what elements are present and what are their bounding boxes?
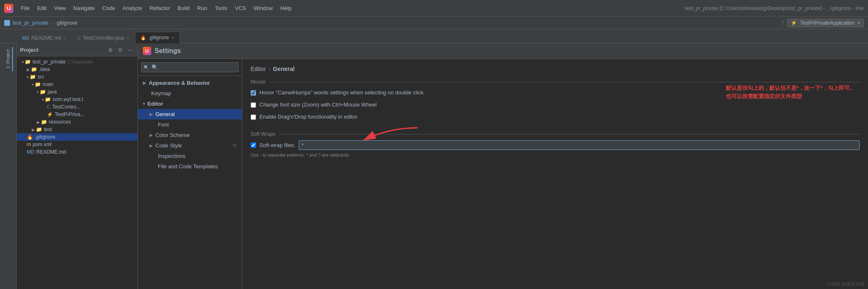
src-label: src — [38, 74, 44, 80]
tree-item-java[interactable]: ▾ 📁 java — [17, 88, 137, 96]
tree-item-readme[interactable]: MD README.md — [17, 148, 137, 156]
nav-code-style[interactable]: ▶ Code Style ⚙ — [138, 140, 242, 151]
pkg-arrow: ▾ — [42, 97, 44, 102]
tree-item-resources[interactable]: ▶ 📁 resources — [17, 118, 137, 126]
java-arrow: ▾ — [37, 90, 39, 94]
checkbox-camelhumps: Honor "CamelHumps" words settings when s… — [251, 88, 860, 97]
color-scheme-arrow: ▶ — [150, 133, 153, 137]
tab-gitignore-close[interactable]: ✕ — [171, 35, 175, 40]
breadcrumb-general: General — [273, 66, 294, 72]
soft-wrap-checkbox[interactable] — [251, 142, 256, 148]
nav-editor-label: Editor — [147, 101, 163, 107]
menu-file[interactable]: File — [18, 3, 33, 13]
settings-nav: ▶ Appearance & Behavior Keymap ▾ Editor — [138, 59, 242, 289]
nav-keymap[interactable]: Keymap — [138, 88, 242, 99]
sidebar-tab-project[interactable]: 1: Project — [4, 47, 13, 71]
idea-label: .idea — [39, 66, 50, 72]
nav-code-style-label: Code Style — [155, 142, 182, 149]
nav-file-templates[interactable]: File and Code Templates — [138, 161, 242, 172]
dragdrop-checkbox[interactable] — [251, 114, 256, 120]
nav-inspections[interactable]: Inspections — [138, 151, 242, 161]
idea-folder-icon: 📁 — [31, 66, 37, 72]
pom-file-icon: m — [27, 142, 31, 147]
tab-testcontroller-close[interactable]: ✕ — [126, 36, 129, 41]
settings-search-input[interactable] — [141, 62, 239, 72]
menu-help[interactable]: Help — [277, 3, 295, 13]
main-label: main — [43, 81, 53, 87]
tree-item-main[interactable]: ▾ 📁 main — [17, 81, 137, 88]
readme-tab-icon: MD — [22, 35, 29, 41]
nav-general[interactable]: ▶ General — [138, 109, 242, 119]
nav-color-scheme-label: Color Scheme — [155, 132, 190, 138]
add-icon[interactable]: ⊕ — [107, 46, 114, 53]
nav-color-scheme[interactable]: ▶ Color Scheme — [138, 130, 242, 140]
tab-readme[interactable]: MD README.md ✕ — [17, 32, 72, 43]
run-configuration[interactable]: ⚡ TestPrPrivateApplication ▾ — [787, 19, 864, 27]
soft-wraps-section-label: Soft Wraps — [251, 131, 860, 137]
pkg-folder-icon: 📁 — [45, 96, 51, 102]
tree-item-testcontroller[interactable]: C TestContro... — [17, 103, 137, 111]
menu-edit[interactable]: Edit — [34, 3, 50, 13]
java-folder-icon: 📁 — [40, 89, 46, 95]
tree-root[interactable]: ▾ 📁 test_pr_private C:\Users\sto — [17, 58, 137, 66]
tab-readme-close[interactable]: ✕ — [63, 36, 66, 41]
menu-vcs[interactable]: VCS — [231, 3, 249, 13]
nav-font[interactable]: Font — [138, 119, 242, 130]
tree-item-testprpriva[interactable]: ⚡ TestPrPriva... — [17, 111, 137, 118]
menu-refactor[interactable]: Refactor — [146, 3, 173, 13]
camelhumps-checkbox[interactable] — [251, 90, 256, 96]
resources-label: resources — [49, 119, 71, 125]
project-tree: ▾ 📁 test_pr_private C:\Users\sto ▶ 📁 .id… — [17, 56, 137, 289]
settings-icon[interactable]: ⚙ — [117, 46, 124, 53]
zoom-label: Change font size (Zoom) with Ctrl+Mouse … — [259, 101, 377, 108]
menu-code[interactable]: Code — [99, 3, 119, 13]
content-breadcrumb: Editor › General — [251, 66, 860, 72]
collapse-icon[interactable]: — — [127, 46, 134, 53]
menu-analyze[interactable]: Analyze — [119, 3, 145, 13]
tab-gitignore[interactable]: 🔥 .gitignore ✕ — [135, 32, 180, 43]
breadcrumb-editor: Editor — [251, 66, 266, 72]
readme-label: README.md — [36, 149, 66, 155]
menu-navigate[interactable]: Navigate — [70, 3, 98, 13]
nav-font-label: Font — [158, 122, 169, 128]
tree-item-test[interactable]: ▶ 📁 test — [17, 126, 137, 133]
menu-build[interactable]: Build — [174, 3, 193, 13]
tab-testcontroller[interactable]: C TestController.java ✕ — [72, 32, 135, 43]
breadcrumb-separator: › — [51, 20, 53, 26]
titlebar: IJ File Edit View Navigate Code Analyze … — [0, 0, 868, 17]
soft-wrap-input[interactable] — [299, 140, 860, 150]
git-arrow-icon: ↑ — [781, 18, 784, 27]
general-arrow: ▶ — [150, 112, 153, 117]
zoom-checkbox[interactable] — [251, 102, 256, 108]
menu-view[interactable]: View — [51, 3, 69, 13]
tabs-bar: MD README.md ✕ C TestController.java ✕ 🔥… — [0, 29, 868, 43]
project-breadcrumb[interactable]: test_pr_private — [13, 20, 48, 26]
nav-appearance[interactable]: ▶ Appearance & Behavior — [138, 78, 242, 88]
tree-item-idea[interactable]: ▶ 📁 .idea — [17, 66, 137, 73]
test-label: test — [44, 127, 52, 132]
mouse-section-label: Mouse — [251, 79, 860, 85]
tree-item-pom[interactable]: m pom.xml — [17, 141, 137, 148]
nav-file-templates-label: File and Code Templates — [158, 163, 218, 170]
main-arrow: ▾ — [32, 82, 34, 87]
project-panel-title: Project — [20, 47, 104, 53]
readme-file-icon: MD — [27, 149, 35, 155]
menu-window[interactable]: Window — [250, 3, 276, 13]
breadcrumb-sep: › — [269, 66, 271, 72]
section-spacer — [251, 124, 860, 131]
tree-item-gitignore[interactable]: 🔥 .gitignore — [17, 133, 137, 141]
testcontroller-label: TestContro... — [52, 104, 81, 110]
camelhumps-label: Honor "CamelHumps" words settings when s… — [259, 89, 424, 96]
menu-run[interactable]: Run — [194, 3, 211, 13]
root-arrow: ▾ — [22, 60, 24, 64]
settings-body: ▶ Appearance & Behavior Keymap ▾ Editor — [138, 59, 868, 289]
menu-tools[interactable]: Tools — [211, 3, 231, 13]
nav-editor[interactable]: ▾ Editor — [138, 99, 242, 109]
soft-wrap-label: Soft-wrap files: — [259, 142, 295, 148]
project-panel: Project ⊕ ⚙ — ▾ 📁 test_pr_private C:\Use… — [17, 43, 138, 289]
watermark: CSDN @是石头呀 — [827, 281, 865, 287]
src-folder-icon: 📁 — [30, 74, 36, 80]
tree-item-src[interactable]: ▾ 📁 src — [17, 73, 137, 81]
main-folder-icon: 📁 — [35, 81, 41, 87]
tree-item-package[interactable]: ▾ 📁 com.wyf.test.t — [17, 96, 137, 103]
